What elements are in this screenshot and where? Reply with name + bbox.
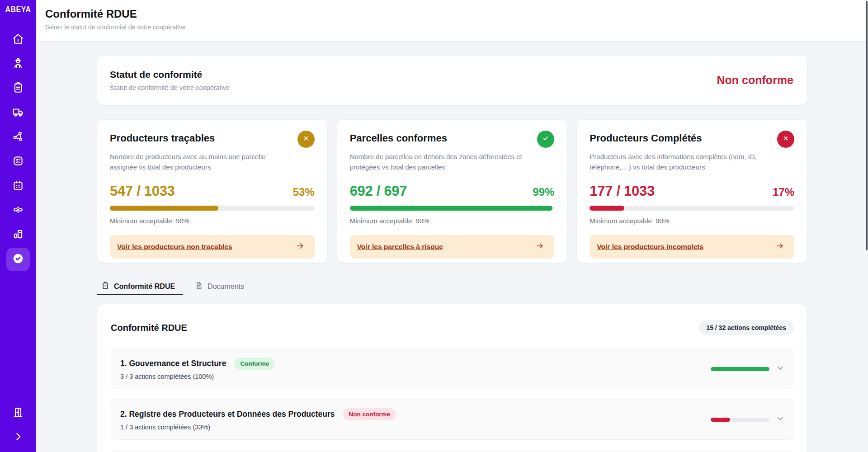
- kpi-description: Nombre de producteurs avec au moins une …: [110, 152, 291, 172]
- kpi-minimum-label: Minimum acceptable: 90%: [590, 217, 794, 225]
- sidebar: ABEYA: [0, 0, 36, 452]
- link-label: Voir les producteurs incomplets: [597, 243, 703, 251]
- kpi-progress-track: [110, 206, 315, 211]
- section-title: 2. Registre des Producteurs et Données d…: [120, 410, 335, 419]
- network-icon: [12, 131, 24, 144]
- compliance-panel: Conformité RDUE 15 / 32 actions complété…: [97, 304, 807, 452]
- link-label: Voir les parcelles à risque: [357, 243, 443, 251]
- document-icon: [195, 282, 203, 292]
- app-root: ABEYA: [0, 0, 868, 452]
- page-subtitle: Gérez le statut de conformité de votre c…: [45, 24, 868, 31]
- view-untraceable-producers-link[interactable]: Voir les producteurs non traçables: [110, 235, 315, 259]
- sidebar-item-registry[interactable]: [6, 77, 30, 100]
- compliance-status-value: Non conforme: [717, 74, 793, 87]
- checklist-icon: [12, 155, 24, 169]
- kpi-description: Producteurs avec des informations complè…: [590, 152, 770, 172]
- clipboard-icon: [12, 82, 24, 95]
- tab-label: Conformité RDUE: [114, 282, 175, 291]
- section-progress-track: [711, 418, 769, 422]
- home-icon: [12, 33, 24, 47]
- sidebar-item-team[interactable]: [6, 199, 30, 222]
- sidebar-item-calendar[interactable]: [6, 174, 30, 198]
- kpi-minimum-label: Minimum acceptable: 90%: [110, 217, 315, 225]
- scrollbar[interactable]: [866, 1, 868, 250]
- chevron-down-icon[interactable]: [776, 363, 785, 374]
- view-incomplete-producers-link[interactable]: Voir les producteurs incomplets: [590, 235, 794, 259]
- sidebar-nav: [6, 28, 30, 271]
- sidebar-item-home[interactable]: [6, 28, 30, 52]
- status-card-subtitle: Statut de conformité de votre coopérativ…: [110, 84, 230, 91]
- tab-label: Documents: [208, 282, 244, 291]
- badge-check-icon: [12, 253, 24, 266]
- page-header: Conformité RDUE Gérez le statut de confo…: [36, 0, 868, 42]
- content-area: Conformité RDUE Gérez le statut de confo…: [36, 0, 868, 452]
- sidebar-item-producers[interactable]: [6, 52, 30, 76]
- status-x-badge: [777, 131, 794, 148]
- kpi-title: Producteurs Complétés: [590, 132, 702, 144]
- status-badge: Conforme: [234, 358, 275, 370]
- team-icon: [12, 204, 24, 217]
- door-icon: [12, 406, 24, 420]
- chevron-down-icon[interactable]: [776, 414, 785, 425]
- arrow-right-icon: [535, 241, 544, 252]
- kpi-progress-fill: [590, 206, 624, 211]
- page-title: Conformité RDUE: [45, 8, 868, 20]
- section-progress-text: 1 / 3 actions complétées (33%): [120, 424, 396, 431]
- kpi-description: Nombre de parcelles en dehors des zones …: [350, 152, 531, 172]
- kpi-progress-fill: [350, 206, 552, 211]
- status-card-title: Statut de conformité: [110, 69, 230, 80]
- link-label: Voir les producteurs non traçables: [117, 243, 232, 251]
- sidebar-footer: [6, 401, 30, 452]
- kpi-card-producteurs-completes: Producteurs Complétés Producteurs avec d…: [576, 119, 807, 263]
- calendar-icon: [12, 179, 24, 193]
- section-progress-fill: [711, 367, 769, 371]
- status-badge: Non conforme: [343, 408, 396, 420]
- kpi-progress-track: [590, 206, 794, 211]
- main-scroll-area: Statut de conformité Statut de conformit…: [36, 42, 868, 452]
- sidebar-item-network[interactable]: [6, 126, 30, 149]
- kpi-title: Parcelles conformes: [350, 132, 447, 144]
- x-icon: [302, 134, 310, 144]
- kpi-value: 692 / 697: [350, 183, 407, 199]
- sidebar-item-compliance[interactable]: [6, 248, 30, 271]
- kpi-progress-fill: [110, 206, 218, 211]
- sidebar-item-logistics[interactable]: [6, 101, 30, 125]
- status-check-badge: [537, 131, 554, 148]
- tab-documents[interactable]: Documents: [190, 279, 252, 295]
- tab-bar: Conformité RDUE Documents: [97, 279, 807, 295]
- status-x-badge: [297, 131, 315, 148]
- tab-conformite-rdue[interactable]: Conformité RDUE: [97, 279, 183, 295]
- kpi-percent: 53%: [293, 186, 315, 198]
- check-icon: [542, 134, 550, 144]
- accordion-section-next[interactable]: [111, 450, 793, 452]
- section-progress-text: 3 / 3 actions complétées (100%): [120, 373, 275, 380]
- panel-title: Conformité RDUE: [111, 323, 187, 333]
- accordion-section-gouvernance[interactable]: 1. Gouvernance et Structure Conforme 3 /…: [111, 348, 793, 389]
- clipboard-icon: [101, 282, 109, 292]
- sidebar-item-stats[interactable]: [6, 223, 30, 247]
- section-progress-track: [711, 367, 769, 371]
- kpi-value: 547 / 1033: [110, 183, 175, 199]
- chevron-right-icon: [12, 431, 24, 444]
- kpi-card-parcelles-conformes: Parcelles conformes Nombre de parcelles …: [337, 119, 568, 263]
- kpi-progress-track: [350, 206, 555, 211]
- kpi-card-producteurs-tracables: Producteurs traçables Nombre de producte…: [97, 119, 328, 263]
- x-icon: [782, 134, 790, 144]
- view-risk-parcels-link[interactable]: Voir les parcelles à risque: [350, 235, 555, 259]
- compliance-status-card: Statut de conformité Statut de conformit…: [97, 55, 807, 105]
- kpi-title: Producteurs traçables: [110, 132, 215, 144]
- kpi-minimum-label: Minimum acceptable: 90%: [350, 217, 555, 225]
- arrow-right-icon: [775, 241, 784, 252]
- app-logo: ABEYA: [5, 5, 31, 14]
- farmer-icon: [12, 57, 24, 71]
- arrow-right-icon: [296, 241, 305, 252]
- kpi-percent: 17%: [773, 186, 794, 198]
- sidebar-item-tasks[interactable]: [6, 150, 30, 174]
- kpi-percent: 99%: [533, 186, 554, 198]
- sidebar-expand-button[interactable]: [6, 426, 30, 449]
- section-title: 1. Gouvernance et Structure: [120, 359, 226, 368]
- sidebar-item-exit[interactable]: [6, 401, 30, 425]
- accordion-section-registre[interactable]: 2. Registre des Producteurs et Données d…: [111, 399, 793, 440]
- truck-icon: [12, 106, 24, 120]
- section-progress-fill: [711, 418, 730, 422]
